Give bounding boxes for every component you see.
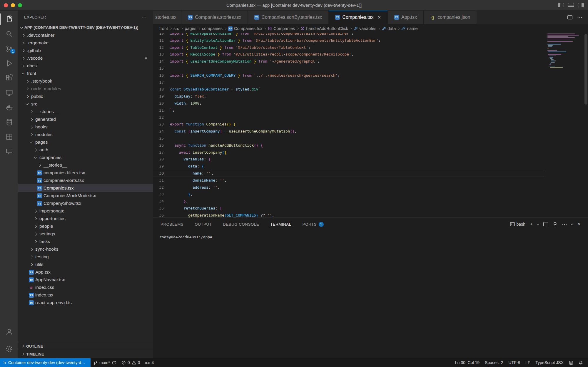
tree-file-react-app-env.d.ts[interactable]: TSreact-app-env.d.ts [18,299,153,306]
tree-folder-.github[interactable]: .github [18,47,153,54]
problems-indicator[interactable]: 0 0 [119,358,143,367]
tree-folder-tasks[interactable]: tasks [18,238,153,245]
breadcrumb-item-handleAddButtonClick[interactable]: handleAddButtonClick [300,26,348,31]
panel-tab-problems[interactable]: PROBLEMS [160,218,184,231]
breadcrumb-item-front[interactable]: front [159,26,168,31]
tree-folder-auth[interactable]: auth [18,146,153,154]
ports-indicator[interactable]: 4 [143,358,156,367]
editor-scrollbar[interactable] [584,34,587,105]
breadcrumb-item-companies[interactable]: companies [202,26,223,31]
split-terminal-icon[interactable] [543,222,548,226]
tree-folder-front[interactable]: front [18,70,153,77]
tree-file-AppNavbar.tsx[interactable]: TSAppNavbar.tsx [18,276,153,284]
tree-file-Companies.tsx[interactable]: TSCompanies.tsx [18,184,153,192]
tree-file-CompanyShow.tsx[interactable]: TSCompanyShow.tsx [18,200,153,207]
tree-folder-generated[interactable]: generated [18,115,153,123]
eol-setting[interactable]: LF [523,358,533,367]
breadcrumb-item-pages[interactable]: pages [185,26,196,31]
tree-folder-hooks[interactable]: hooks [18,123,153,131]
code-editor[interactable]: 10import { WithTopBarContainer } from '@… [153,33,588,217]
toggle-panel-icon[interactable] [568,3,574,7]
terminal-shell-selector[interactable]: bash [510,222,525,227]
panel-more-actions-icon[interactable]: ⋯ [562,221,567,227]
tree-file-index.css[interactable]: #index.css [18,284,153,291]
outline-section[interactable]: OUTLINE [18,342,153,350]
maximize-panel-icon[interactable] [571,223,573,226]
grid-icon[interactable] [0,129,18,144]
kill-terminal-icon[interactable] [553,222,557,227]
tree-file-companies-filters.tsx[interactable]: TScompanies-filters.tsx [18,169,153,177]
tree-folder-.storybook[interactable]: .storybook [18,77,153,85]
breadcrumb-item-Companies[interactable]: Companies [268,26,295,31]
prettier-icon[interactable] [566,358,576,367]
terminal-dropdown-icon[interactable] [537,223,539,225]
encoding-setting[interactable]: UTF-8 [506,358,523,367]
tree-folder-pages[interactable]: pages [18,138,153,146]
explorer-icon[interactable] [0,12,18,26]
extensions-icon[interactable] [0,71,18,85]
tree-folder-companies[interactable]: companies [18,154,153,161]
tree-folder-__stories__[interactable]: __stories__ [18,108,153,115]
indentation-setting[interactable]: Spaces: 2 [482,358,506,367]
run-debug-icon[interactable] [0,56,18,71]
tree-file-index.tsx[interactable]: TSindex.tsx [18,291,153,299]
tree-file-CompaniesMockMode.tsx[interactable]: TSCompaniesMockMode.tsx [18,192,153,200]
tree-folder-people[interactable]: people [18,222,153,230]
source-control-icon[interactable]: 1 [0,41,18,56]
panel-tab-terminal[interactable]: TERMINAL [270,218,292,231]
tree-folder-public[interactable]: public [18,93,153,100]
tree-folder-node_modules[interactable]: node_modules [18,85,153,93]
tab-Companies.tsx[interactable]: TSCompanies.tsx✕ [329,11,388,24]
remote-indicator[interactable]: >< Container dev-twenty-dev (dev-twenty-… [0,358,91,367]
tree-folder-.vscode[interactable]: .vscode [18,54,153,62]
tree-folder-testing[interactable]: testing [18,253,153,261]
tab-Companies.sortBy.stories.tsx[interactable]: TSCompanies.sortBy.stories.tsx [248,11,329,24]
accounts-icon[interactable] [0,324,18,339]
search-icon[interactable] [0,26,18,41]
editor-more-actions-icon[interactable]: ⋯ [577,14,583,21]
tab-App.tsx[interactable]: TSApp.tsx [388,11,424,24]
cursor-position[interactable]: Ln 30, Col 19 [452,358,482,367]
tab-companies.json[interactable]: {}companies.json [424,11,477,24]
breadcrumb-item-Companies.tsx[interactable]: TSCompanies.tsx [228,26,262,31]
close-panel-icon[interactable]: ✕ [577,222,581,227]
tree-folder-sync-hooks[interactable]: sync-hooks [18,245,153,253]
tree-folder-.devcontainer[interactable]: .devcontainer [18,31,153,39]
breadcrumb-item-src[interactable]: src [173,26,179,31]
tree-folder-__stories__[interactable]: __stories__ [18,161,153,169]
breadcrumb-item-name[interactable]: name [401,26,417,31]
timeline-section[interactable]: TIMELINE [18,350,153,358]
tree-folder-.ergomake[interactable]: .ergomake [18,39,153,47]
breadcrumb-item-data[interactable]: data [382,26,396,31]
tree-folder-src[interactable]: src [18,100,153,108]
toggle-secondary-sidebar-icon[interactable] [578,3,584,7]
tree-file-companies-sorts.tsx[interactable]: TScompanies-sorts.tsx [18,177,153,184]
tree-folder-modules[interactable]: modules [18,131,153,138]
toggle-primary-sidebar-icon[interactable] [558,3,564,7]
settings-gear-icon[interactable] [0,341,18,356]
docker-icon[interactable] [0,100,18,115]
chat-icon[interactable] [0,144,18,159]
tab-Companies.stories.tsx[interactable]: TSCompanies.stories.tsx [181,11,248,24]
remote-explorer-icon[interactable] [0,85,18,100]
workspace-section-header[interactable]: APP [CONTAINER DEV-TWENTY-DEV (DEV-TWENT… [18,24,153,31]
breadcrumb-item-variables[interactable]: variables [354,26,376,31]
panel-tab-output[interactable]: OUTPUT [194,218,212,231]
tree-folder-opportunities[interactable]: opportunities [18,215,153,222]
explorer-more-actions-icon[interactable]: ⋯ [141,14,147,20]
minimap[interactable] [547,33,583,68]
panel-tab-debug-console[interactable]: DEBUG CONSOLE [222,218,260,231]
panel-tab-ports[interactable]: PORTS1 [302,218,324,231]
tree-file-App.tsx[interactable]: TSApp.tsx [18,268,153,276]
terminal-output[interactable]: root@0a42ecd84891:/app# [153,231,588,358]
split-editor-icon[interactable] [567,15,572,19]
branch-indicator[interactable]: main* [91,358,119,367]
language-mode[interactable]: TypeScript JSX [533,358,566,367]
tab-stories.tsx[interactable]: stories.tsx [153,11,181,24]
tree-folder-utils[interactable]: utils [18,261,153,268]
new-terminal-icon[interactable]: + [530,221,533,227]
database-icon[interactable] [0,115,18,129]
tree-folder-impersonate[interactable]: impersonate [18,207,153,215]
tree-folder-docs[interactable]: docs [18,62,153,70]
tree-folder-settings[interactable]: settings [18,230,153,238]
